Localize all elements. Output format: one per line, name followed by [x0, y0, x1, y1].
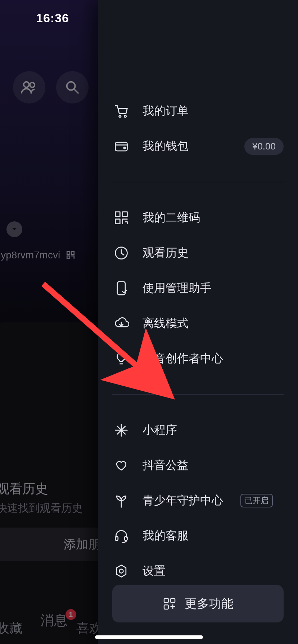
wallet-balance-badge: ¥0.00 [244, 138, 284, 155]
user-id-row: lyp8rvm7mcvi [0, 249, 75, 261]
youth-enabled-tag: 已开启 [240, 494, 273, 507]
svg-rect-15 [123, 212, 127, 217]
svg-point-11 [124, 115, 126, 118]
menu-orders-label: 我的订单 [143, 103, 189, 119]
sprout-icon [112, 492, 130, 510]
home-indicator [95, 635, 203, 639]
svg-point-22 [119, 569, 123, 573]
svg-rect-23 [164, 598, 168, 603]
sparkle-icon [112, 421, 130, 439]
wallet-icon [112, 137, 130, 155]
watch-history-title: 观看历史 [0, 480, 48, 498]
clock-icon [112, 244, 130, 262]
nav-messages[interactable]: 消息 1 [40, 611, 68, 630]
menu-offline[interactable]: 离线模式 [112, 306, 284, 341]
cart-icon [112, 102, 130, 120]
menu-offline-label: 离线模式 [143, 316, 189, 331]
menu-settings[interactable]: 设置 [112, 553, 284, 589]
svg-rect-12 [116, 142, 127, 151]
heart-hands-icon [112, 456, 130, 474]
menu-divider [112, 394, 284, 395]
svg-rect-24 [171, 598, 175, 603]
expand-chevron[interactable] [6, 221, 22, 237]
menu-usage-label: 使用管理助手 [143, 280, 212, 296]
svg-point-1 [30, 83, 35, 87]
more-features-button[interactable]: 更多功能 [112, 585, 284, 622]
svg-point-0 [24, 82, 29, 87]
menu-miniapp-label: 小程序 [143, 422, 177, 438]
menu-history[interactable]: 观看历史 [112, 235, 284, 271]
svg-point-13 [124, 147, 126, 149]
status-time: 16:36 [36, 11, 69, 25]
svg-rect-4 [71, 252, 74, 254]
svg-rect-19 [116, 537, 118, 540]
svg-rect-5 [67, 256, 70, 259]
svg-rect-14 [116, 212, 120, 217]
menu-wallet[interactable]: 我的钱包 ¥0.00 [112, 129, 284, 164]
qr-icon [112, 209, 130, 227]
menu-history-label: 观看历史 [143, 245, 189, 261]
svg-marker-21 [117, 565, 126, 577]
phone-check-icon [112, 279, 130, 297]
grid-plus-icon [162, 597, 177, 611]
more-features-label: 更多功能 [185, 595, 234, 612]
menu-settings-label: 设置 [143, 563, 166, 579]
menu-creator-center[interactable]: 抖音创作者中心 [112, 341, 284, 376]
user-id-text: lyp8rvm7mcvi [0, 249, 60, 261]
menu-youth-label: 青少年守护中心 [143, 493, 223, 509]
svg-rect-20 [125, 537, 127, 540]
menu-charity[interactable]: 抖音公益 [112, 448, 284, 483]
nav-messages-label: 消息 [40, 613, 68, 628]
menu-youth-protection[interactable]: 青少年守护中心 已开启 [112, 483, 284, 518]
menu-qrcode-label: 我的二维码 [143, 210, 200, 226]
svg-rect-16 [116, 219, 120, 224]
svg-rect-3 [67, 252, 70, 254]
qr-mini-icon [66, 250, 75, 260]
svg-point-2 [67, 82, 75, 90]
menu-support[interactable]: 我的客服 [112, 518, 284, 553]
cloud-download-icon [112, 314, 130, 332]
search-button[interactable] [56, 71, 89, 104]
svg-rect-25 [164, 605, 168, 609]
menu-orders[interactable]: 我的订单 [112, 93, 284, 129]
lightbulb-icon [112, 350, 130, 368]
watch-history-sub: 快速找到观看历史 [0, 501, 83, 516]
svg-point-10 [119, 115, 121, 118]
menu-charity-label: 抖音公益 [143, 457, 189, 473]
menu-creator-label: 抖音创作者中心 [143, 351, 223, 367]
friends-button[interactable] [13, 71, 45, 104]
menu-wallet-label: 我的钱包 [143, 138, 189, 154]
menu-qrcode[interactable]: 我的二维码 [112, 200, 284, 235]
gear-icon [112, 562, 130, 580]
menu-support-label: 我的客服 [143, 528, 189, 544]
headset-icon [112, 527, 130, 545]
menu-usage-assistant[interactable]: 使用管理助手 [112, 271, 284, 306]
side-drawer: 我的订单 我的钱包 ¥0.00 我的二维码 观看历史 [98, 0, 298, 644]
messages-badge: 1 [66, 609, 76, 620]
menu-miniapp[interactable]: 小程序 [112, 413, 284, 448]
menu-divider [112, 182, 284, 182]
